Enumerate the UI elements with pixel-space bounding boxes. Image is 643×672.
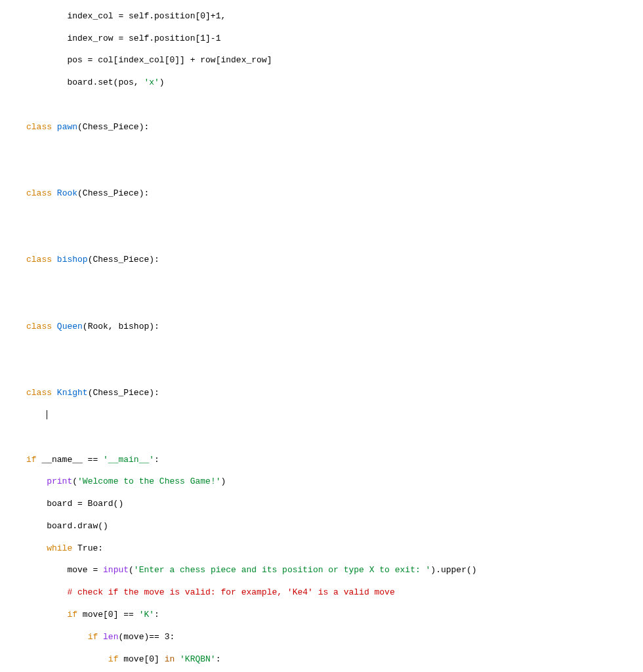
text-cursor — [47, 410, 47, 419]
code-line: index_col = self.position[0]+1, — [26, 11, 643, 22]
code-line: board.draw() — [26, 521, 643, 532]
class-def-pawn: class pawn(Chess_Piece): — [26, 122, 643, 133]
comment-line: # check if the move is valid: for exampl… — [26, 587, 643, 598]
code-line: board.set(pos, 'x') — [26, 77, 643, 89]
input-line: move = input('Enter a chess piece and it… — [26, 565, 643, 576]
class-def-queen: class Queen(Rook, bishop): — [26, 322, 643, 333]
code-editor[interactable]: index_col = self.position[0]+1, index_ro… — [0, 0, 643, 672]
class-def-knight: class Knight(Chess_Piece): — [26, 388, 643, 399]
while-loop: while True: — [26, 543, 643, 555]
if-in-krqbn: if move[0] in 'KRQBN': — [26, 654, 643, 665]
class-def-bishop: class bishop(Chess_Piece): — [26, 255, 643, 266]
if-len: if len(move)== 3: — [26, 632, 643, 643]
code-line: pos = col[index_col[0]] + row[index_row] — [26, 55, 643, 66]
if-k: if move[0] == 'K': — [26, 610, 643, 621]
code-line: index_row = self.position[1]-1 — [26, 33, 643, 45]
cursor-line — [26, 410, 643, 421]
class-def-rook: class Rook(Chess_Piece): — [26, 188, 643, 200]
print-welcome: print('Welcome to the Chess Game!') — [26, 476, 643, 488]
code-line: board = Board() — [26, 499, 643, 510]
main-guard: if __name__ == '__main__': — [26, 455, 643, 466]
